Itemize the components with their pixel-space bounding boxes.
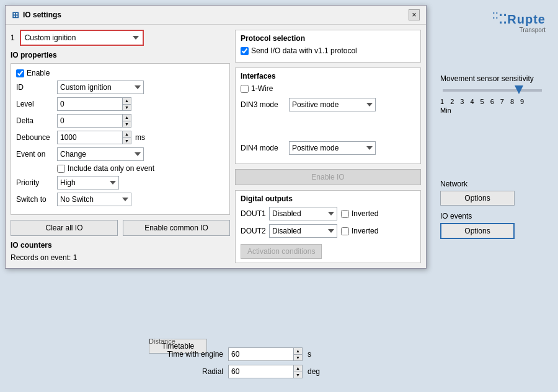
protocol-checkbox-row: Send I/O data with v1.1 protocol [241, 46, 415, 55]
rupter-logo-area: ⁚⁚⁚⁚Rupte Transport [492, 11, 546, 33]
io-properties-box: Enable ID Custom ignition Level ▲ ▼ [11, 63, 230, 215]
right-dialog-panel: Protocol selection Send I/O data with v1… [235, 30, 421, 263]
delta-spinner[interactable]: ▲ ▼ [57, 114, 131, 128]
io-settings-icon: ⊞ [12, 10, 19, 20]
include-data-row: Include data only on event [57, 164, 224, 173]
dout2-inverted-label: Inverted [352, 227, 378, 235]
protocol-section: Protocol selection Send I/O data with v1… [235, 30, 421, 63]
radial-row: Radial ▲ ▼ deg [149, 365, 320, 378]
event-on-row: Event on Change Rising Falling [16, 147, 224, 161]
row-number: 1 [11, 33, 15, 42]
time-engine-spinner[interactable]: ▲ ▼ [228, 347, 303, 361]
io-events-options-button[interactable]: Options [440, 223, 515, 239]
radial-input[interactable] [228, 365, 303, 378]
level-spinner[interactable]: ▲ ▼ [57, 97, 131, 111]
level-up[interactable]: ▲ [122, 98, 131, 105]
rupter-sub: Transport [492, 27, 546, 33]
level-down[interactable]: ▼ [122, 105, 131, 111]
dout2-inverted-checkbox[interactable] [341, 227, 349, 235]
slider-numbers: 123456789 [440, 98, 552, 105]
din3-select[interactable]: Positive mode Negative mode [289, 98, 376, 111]
dout1-inverted-wrap: Inverted [341, 209, 378, 218]
digital-outputs-section: Digital outputs DOUT1 Disabled Enabled I… [235, 190, 421, 263]
action-buttons-row: Clear all IO Enable common IO [11, 220, 230, 236]
level-arrows: ▲ ▼ [122, 98, 131, 110]
delta-label: Delta [16, 116, 53, 125]
network-title: Network [440, 180, 552, 188]
debounce-arrows: ▲ ▼ [122, 131, 131, 144]
spacer [241, 116, 415, 141]
radial-up[interactable]: ▲ [293, 365, 302, 372]
delta-input[interactable] [57, 114, 131, 128]
enable-common-io-button[interactable]: Enable common IO [123, 220, 230, 236]
digital-outputs-label: Digital outputs [241, 194, 415, 203]
debounce-down[interactable]: ▼ [122, 138, 131, 144]
slider-track[interactable] [443, 89, 542, 92]
radial-spinner[interactable]: ▲ ▼ [228, 365, 303, 378]
switch-to-row: Switch to No Switch [16, 193, 224, 206]
id-select[interactable]: Custom ignition [57, 81, 144, 94]
enable-io-button: Enable IO [235, 169, 421, 185]
radial-unit: deg [308, 367, 320, 376]
dout2-select[interactable]: Disabled Enabled [269, 224, 337, 238]
event-on-select[interactable]: Change Rising Falling [57, 147, 144, 161]
slider-thumb [515, 85, 523, 94]
switch-to-select[interactable]: No Switch [57, 193, 131, 206]
dialog-titlebar: ⊞ IO settings × [6, 6, 426, 25]
io-events-section: IO events Options [440, 212, 552, 239]
protocol-checkbox[interactable] [241, 47, 249, 55]
movement-sensor-section: Movement sensor sensitivity 123456789 Mi… [440, 74, 552, 114]
id-row: ID Custom ignition [16, 81, 224, 94]
enable-io-btn-wrap: Enable IO [235, 169, 421, 185]
dout1-inverted-checkbox[interactable] [341, 210, 349, 218]
level-row: Level ▲ ▼ [16, 97, 224, 111]
distance-label: Distance [149, 338, 320, 345]
radial-down[interactable]: ▼ [293, 372, 302, 378]
network-section: Network Options [440, 180, 552, 206]
time-engine-row: Time with engine ▲ ▼ s [149, 347, 320, 361]
io-properties-label: IO properties [11, 51, 230, 59]
interfaces-section: Interfaces 1-Wire DIN3 mode Positive mod… [235, 68, 421, 164]
time-engine-input[interactable] [228, 347, 303, 361]
debounce-label: Debounce [16, 133, 53, 142]
clear-all-io-button[interactable]: Clear all IO [11, 220, 118, 236]
radial-arrows: ▲ ▼ [293, 365, 302, 378]
dout1-row: DOUT1 Disabled Enabled Inverted [241, 207, 415, 220]
debounce-up[interactable]: ▲ [122, 131, 131, 138]
debounce-unit: ms [135, 133, 145, 142]
dialog-title: ⊞ IO settings [12, 10, 61, 20]
network-options-button[interactable]: Options [440, 191, 515, 206]
enable-checkbox[interactable] [16, 69, 24, 77]
rupter-logo: ⁚⁚⁚⁚Rupte [492, 11, 546, 27]
debounce-input[interactable] [57, 131, 131, 144]
dout1-inverted-label: Inverted [352, 209, 378, 218]
dout2-label: DOUT2 [241, 227, 265, 235]
din3-row: DIN3 mode Positive mode Negative mode [241, 98, 415, 111]
close-button[interactable]: × [409, 9, 420, 20]
time-engine-up[interactable]: ▲ [293, 348, 302, 355]
debounce-row: Debounce ▲ ▼ ms [16, 131, 224, 144]
row-1: 1 Custom ignition [11, 30, 230, 46]
level-label: Level [16, 100, 53, 108]
dout2-inverted-wrap: Inverted [341, 227, 378, 235]
delta-up[interactable]: ▲ [122, 115, 131, 121]
time-engine-arrows: ▲ ▼ [293, 348, 302, 360]
dout1-select[interactable]: Disabled Enabled [269, 207, 337, 220]
records-label: Records on event: [11, 253, 71, 262]
delta-down[interactable]: ▼ [122, 121, 131, 128]
io-events-title: IO events [440, 212, 552, 220]
event-on-label: Event on [16, 150, 53, 159]
main-select[interactable]: Custom ignition [20, 30, 144, 46]
wire-checkbox[interactable] [241, 85, 249, 93]
time-engine-down[interactable]: ▼ [293, 355, 302, 361]
wire-label: 1-Wire [251, 84, 273, 93]
records-value: 1 [73, 253, 78, 262]
bottom-fields: Distance Time with engine ▲ ▼ s Radial ▲… [149, 338, 320, 382]
dout1-label: DOUT1 [241, 209, 265, 218]
delta-arrows: ▲ ▼ [122, 115, 131, 127]
level-input[interactable] [57, 97, 131, 111]
debounce-spinner[interactable]: ▲ ▼ [57, 131, 131, 144]
din4-select[interactable]: Positive mode Negative mode [289, 141, 376, 155]
include-data-checkbox[interactable] [57, 165, 65, 173]
priority-select[interactable]: High Medium Low [57, 176, 119, 189]
